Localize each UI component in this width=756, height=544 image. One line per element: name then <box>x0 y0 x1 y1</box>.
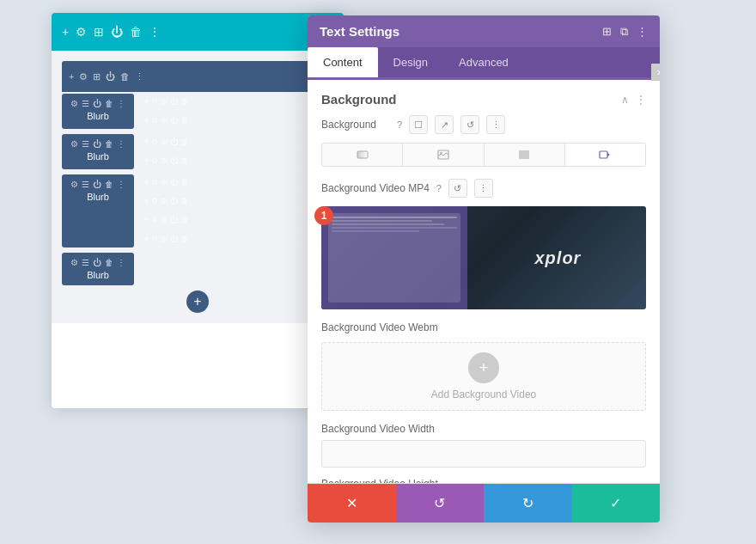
add-icon[interactable]: + <box>62 25 69 39</box>
more-row-icon[interactable]: ⋮ <box>135 71 144 83</box>
m4-more-icon[interactable]: ⋮ <box>117 258 125 267</box>
r3ct3-trash[interactable]: 🗑 <box>180 216 188 224</box>
video-width-input[interactable] <box>321 440 646 468</box>
ct-set[interactable]: ⚙ <box>151 97 158 106</box>
trash-row-icon[interactable]: 🗑 <box>120 71 130 82</box>
m2-settings-icon[interactable]: ⚙ <box>70 139 78 149</box>
m3-settings-icon[interactable]: ⚙ <box>70 180 78 189</box>
r3ct2-set[interactable]: ⚙ <box>151 197 158 205</box>
reset-button[interactable]: ↺ <box>396 484 485 523</box>
background-reset-icon[interactable]: ↺ <box>460 115 479 134</box>
r2ct-power[interactable]: ⏻ <box>170 138 178 146</box>
m3-trash-icon[interactable]: 🗑 <box>105 180 113 189</box>
r3ct2-power[interactable]: ⏻ <box>170 197 178 205</box>
background-help-icon[interactable]: ? <box>397 119 402 130</box>
module-blurb-4[interactable]: ⚙ ☰ ⏻ 🗑 ⋮ Blurb <box>62 253 134 285</box>
r3ct3-power[interactable]: ⏻ <box>170 216 178 224</box>
r3ct-trash[interactable]: 🗑 <box>180 178 188 186</box>
m3-more-icon[interactable]: ⋮ <box>117 180 125 189</box>
ct2-grid[interactable]: ⊞ <box>161 116 168 125</box>
expand-icon[interactable]: ⊞ <box>602 25 612 38</box>
module-trash-icon[interactable]: 🗑 <box>105 99 113 108</box>
ct-grid[interactable]: ⊞ <box>161 97 168 106</box>
power-row-icon[interactable]: ⏻ <box>106 71 115 82</box>
r3ct-grid[interactable]: ⊞ <box>161 178 168 186</box>
redo-button[interactable]: ↻ <box>484 484 572 523</box>
m2-trash-icon[interactable]: 🗑 <box>105 139 113 149</box>
m4-settings-icon[interactable]: ⚙ <box>70 258 78 267</box>
r3ct3-grid[interactable]: ⊞ <box>161 216 168 224</box>
settings-icon[interactable]: ⚙ <box>76 25 87 39</box>
r3ct-set[interactable]: ⚙ <box>151 178 158 186</box>
power-icon[interactable]: ⏻ <box>111 25 123 39</box>
cancel-button[interactable]: ✕ <box>308 484 396 523</box>
bg-tab-gradient[interactable] <box>322 144 403 166</box>
m2-more-icon[interactable]: ⋮ <box>117 139 125 149</box>
r3ct4-trash[interactable]: 🗑 <box>180 235 188 243</box>
m4-trash-icon[interactable]: 🗑 <box>105 258 113 267</box>
m4-copy-icon[interactable]: ☰ <box>82 258 89 267</box>
more-panel-icon[interactable]: ⋮ <box>637 25 648 38</box>
module-blurb-2[interactable]: ⚙ ☰ ⏻ 🗑 ⋮ Blurb <box>62 134 134 169</box>
r3ct4-grid[interactable]: ⊞ <box>161 235 168 243</box>
collapse-icon[interactable]: ∧ <box>621 94 629 106</box>
r2ct2-trash[interactable]: 🗑 <box>180 156 188 165</box>
video-mp4-more-icon[interactable]: ⋮ <box>474 179 493 198</box>
r2ct2-power[interactable]: ⏻ <box>170 156 178 165</box>
r3ct-add[interactable]: + <box>144 178 149 186</box>
module-power-icon[interactable]: ⏻ <box>93 99 101 108</box>
grid-icon[interactable]: ⊞ <box>94 25 104 39</box>
background-color-icon[interactable]: ☐ <box>409 115 428 134</box>
m3-power-icon[interactable]: ⏻ <box>93 180 101 189</box>
video-mp4-help-icon[interactable]: ? <box>436 183 442 193</box>
ct2-trash[interactable]: 🗑 <box>180 116 188 125</box>
add-module-button[interactable]: + <box>186 290 209 313</box>
bg-tab-video[interactable] <box>565 144 645 166</box>
module-blurb-1[interactable]: ⚙ ☰ ⏻ 🗑 ⋮ Blurb <box>62 94 134 129</box>
r3ct3-add[interactable]: + <box>144 216 149 224</box>
r3ct4-set[interactable]: ⚙ <box>151 235 158 243</box>
r3ct2-grid[interactable]: ⊞ <box>161 197 168 205</box>
settings-row-icon[interactable]: ⚙ <box>79 71 88 83</box>
r2ct2-add[interactable]: + <box>144 156 149 165</box>
m2-copy-icon[interactable]: ☰ <box>82 139 89 149</box>
grid-row-icon[interactable]: ⊞ <box>93 71 101 83</box>
m3-copy-icon[interactable]: ☰ <box>82 180 89 189</box>
trash-icon[interactable]: 🗑 <box>130 25 142 39</box>
add-row-icon[interactable]: + <box>69 71 74 82</box>
tab-design[interactable]: Design <box>378 47 443 77</box>
r3ct3-set[interactable]: ⚙ <box>151 216 158 224</box>
panel-side-close-button[interactable]: ✕ <box>651 64 660 81</box>
m4-power-icon[interactable]: ⏻ <box>93 258 101 267</box>
r2ct-trash[interactable]: 🗑 <box>180 138 188 146</box>
add-video-button[interactable]: + <box>468 352 499 383</box>
m2-power-icon[interactable]: ⏻ <box>93 139 101 149</box>
more-icon[interactable]: ⋮ <box>149 25 161 39</box>
ct-power[interactable]: ⏻ <box>170 97 178 106</box>
r3ct-power[interactable]: ⏻ <box>170 178 178 186</box>
video-mp4-reset-icon[interactable]: ↺ <box>448 179 467 198</box>
ct-add[interactable]: + <box>144 97 149 106</box>
module-blurb-3[interactable]: ⚙ ☰ ⏻ 🗑 ⋮ Blurb <box>62 174 134 248</box>
r3ct4-add[interactable]: + <box>144 235 149 243</box>
module-copy-icon[interactable]: ☰ <box>82 99 89 108</box>
background-more-icon[interactable]: ⋮ <box>486 115 505 134</box>
r3ct2-add[interactable]: + <box>144 197 149 205</box>
ct2-power[interactable]: ⏻ <box>170 116 178 125</box>
tab-content[interactable]: Content <box>308 47 378 77</box>
tab-advanced[interactable]: Advanced <box>443 47 524 77</box>
r3ct4-power[interactable]: ⏻ <box>170 235 178 243</box>
r3ct2-trash[interactable]: 🗑 <box>180 197 188 205</box>
section-more-icon[interactable]: ⋮ <box>636 94 646 106</box>
module-settings-icon[interactable]: ⚙ <box>70 99 78 108</box>
r2ct2-grid[interactable]: ⊞ <box>161 156 168 165</box>
r2ct-set[interactable]: ⚙ <box>151 138 158 146</box>
ct2-add[interactable]: + <box>144 116 149 125</box>
r2ct-add[interactable]: + <box>144 138 149 146</box>
r2ct2-set[interactable]: ⚙ <box>151 156 158 165</box>
ct2-set[interactable]: ⚙ <box>151 116 158 125</box>
bg-tab-color[interactable] <box>485 144 565 166</box>
save-button[interactable]: ✓ <box>572 484 661 523</box>
bg-tab-image[interactable] <box>403 144 484 166</box>
ct-trash[interactable]: 🗑 <box>180 97 188 106</box>
